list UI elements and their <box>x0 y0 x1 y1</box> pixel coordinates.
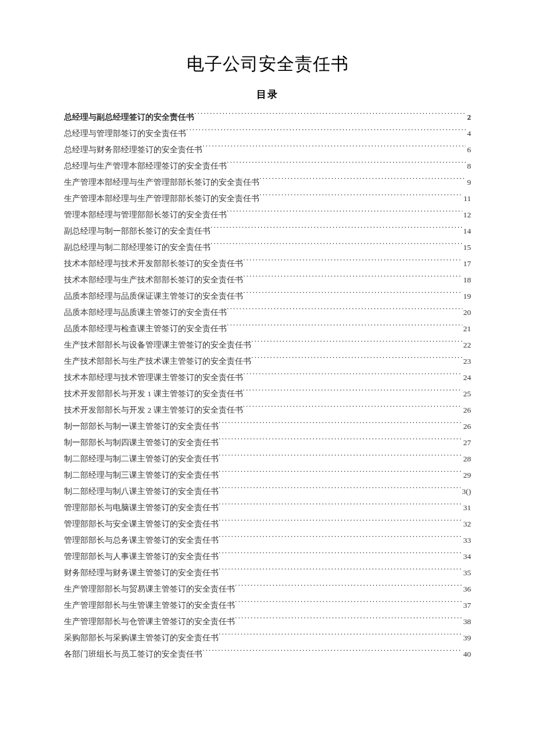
toc-entry-page: 27 <box>462 435 472 451</box>
toc-entry-page: 9 <box>466 174 471 191</box>
toc-entry-label: 制一部部长与制四课主管签订的安全责任书 <box>64 435 219 451</box>
toc-entry-page: 31 <box>462 500 472 516</box>
toc-entry-page: 23 <box>462 353 472 370</box>
toc-entry-label: 生产管理部部长与贸易课主管签订的安全责任书 <box>64 581 235 597</box>
toc-row: 品质本部经理与品质保证课主管签订的安全责任书19 <box>64 288 471 304</box>
toc-entry-label: 生产管理本部经理与生产管理部部长签订的安全责任书 <box>64 191 259 207</box>
toc-row: 制二部经理与制三课主管签订的安全责任书29 <box>64 467 471 483</box>
toc-entry-label: 生产管理部部长与生管课主管签订的安全责任书 <box>64 597 235 614</box>
toc-leader-dots <box>219 438 462 446</box>
toc-row: 技术开发部部长与开发 2 课主管签订的安全责任书26 <box>64 402 471 418</box>
toc-entry-page: 2 <box>466 109 471 126</box>
toc-row: 管理本部经理与管理部部长签订的安全责任书12 <box>64 207 471 223</box>
toc-row: 生产技术部部长与设备管理课主管签订的安全责任书22 <box>64 337 471 353</box>
toc-row: 技术开发部部长与开发 1 课主管签订的安全责任书25 <box>64 386 471 402</box>
toc-row: 管理部部长与安全课主管签订的安全责任书32 <box>64 516 471 532</box>
toc-leader-dots <box>219 454 462 462</box>
toc-entry-label: 制二部经理与制八课主管签订的安全责任书 <box>64 483 219 500</box>
toc-entry-label: 管理部部长与总务课主管签订的安全责任书 <box>64 532 219 549</box>
toc-entry-label: 管理部部长与电脑课主管签订的安全责任书 <box>64 500 219 516</box>
toc-row: 生产管理本部经理与生产管理部部长签订的安全责任书9 <box>64 174 471 191</box>
toc-entry-label: 总经理与副总经理签订的安全责任书 <box>64 109 194 126</box>
toc-entry-page: 26 <box>462 402 472 418</box>
toc-entry-label: 副总经理与制二部经理签订的安全责任书 <box>64 239 211 256</box>
toc-entry-label: 品质本部经理与品质保证课主管签订的安全责任书 <box>64 288 243 304</box>
toc-entry-label: 技术开发部部长与开发 2 课主管签订的安全责任书 <box>64 402 243 418</box>
toc-entry-page: 14 <box>462 223 472 239</box>
toc-leader-dots <box>235 584 462 592</box>
document-page: 电子公司安全责任书 目录 总经理与副总经理签订的安全责任书2总经理与管理部签订的… <box>0 0 535 721</box>
toc-entry-label: 技术本部经理与技术开发部部长签订的安全责任书 <box>64 256 243 272</box>
toc-entry-page: 25 <box>462 386 472 402</box>
toc-leader-dots <box>186 128 466 137</box>
toc-leader-dots <box>219 421 462 429</box>
toc-leader-dots <box>202 649 462 657</box>
toc-leader-dots <box>211 242 462 250</box>
toc-entry-label: 管理本部经理与管理部部长签订的安全责任书 <box>64 207 227 223</box>
toc-row: 采购部部长与采购课主管签订的安全责任书39 <box>64 630 471 646</box>
toc-row: 生产技术部部长与生产技术课主管签订的安全责任书23 <box>64 353 471 370</box>
toc-leader-dots <box>243 405 462 413</box>
toc-row: 品质本部经理与品质课主管签订的安全责任书20 <box>64 304 471 321</box>
toc-row: 总经理与副总经理签订的安全责任书2 <box>64 109 471 126</box>
toc-entry-page: 18 <box>462 272 472 288</box>
toc-entry-label: 技术本部经理与生产技术部部长签订的安全责任书 <box>64 272 243 288</box>
toc-entry-page: 6 <box>466 142 471 158</box>
toc-leader-dots <box>251 340 462 348</box>
toc-entry-page: 38 <box>462 614 472 630</box>
toc-entry-page: 17 <box>462 256 472 272</box>
toc-entry-label: 品质本部经理与检查课主管签订的安全责任书 <box>64 321 227 337</box>
toc-leader-dots <box>219 568 462 576</box>
toc-leader-dots <box>219 470 462 478</box>
toc-row: 副总经理与制二部经理签订的安全责任书15 <box>64 239 471 256</box>
toc-row: 制一部部长与制一课主管签订的安全责任书26 <box>64 418 471 435</box>
toc-entry-page: 8 <box>466 158 471 174</box>
toc-row: 技术本部经理与生产技术部部长签订的安全责任书18 <box>64 272 471 288</box>
toc-row: 管理部部长与总务课主管签订的安全责任书33 <box>64 532 471 549</box>
toc-leader-dots <box>227 210 462 218</box>
toc-leader-dots <box>219 633 462 641</box>
toc-entry-page: 28 <box>462 451 472 467</box>
document-title: 电子公司安全责任书 <box>64 52 471 76</box>
toc-leader-dots <box>251 356 462 364</box>
toc-entry-page: 24 <box>462 370 472 386</box>
toc-entry-page: 19 <box>462 288 472 304</box>
toc-entry-page: 21 <box>462 321 472 337</box>
toc-entry-page: 15 <box>462 239 472 256</box>
toc-leader-dots <box>211 226 462 234</box>
toc-row: 总经理与生产管理本部经理签订的安全责任书8 <box>64 158 471 174</box>
toc-row: 品质本部经理与检查课主管签订的安全责任书21 <box>64 321 471 337</box>
toc-leader-dots <box>219 486 461 495</box>
toc-entry-page: 36 <box>462 581 472 597</box>
toc-row: 生产管理部部长与贸易课主管签订的安全责任书36 <box>64 581 471 597</box>
toc-entry-label: 制一部部长与制一课主管签订的安全责任书 <box>64 418 219 435</box>
toc-row: 各部门班组长与员工签订的安全责任书40 <box>64 646 471 662</box>
toc-entry-page: 37 <box>462 597 472 614</box>
toc-leader-dots <box>227 324 462 332</box>
toc-entry-page: 34 <box>462 549 472 565</box>
toc-row: 生产管理部部长与生管课主管签订的安全责任书37 <box>64 597 471 614</box>
toc-leader-dots <box>219 535 462 543</box>
toc-leader-dots <box>259 177 466 185</box>
toc-leader-dots <box>259 194 462 202</box>
toc-list: 总经理与副总经理签订的安全责任书2总经理与管理部签订的安全责任书4总经理与财务部… <box>64 109 471 662</box>
toc-entry-label: 技术本部经理与技术管理课主管签订的安全责任书 <box>64 370 243 386</box>
toc-entry-label: 生产技术部部长与生产技术课主管签订的安全责任书 <box>64 353 251 370</box>
toc-entry-page: 26 <box>462 418 472 435</box>
toc-entry-page: 22 <box>462 337 472 353</box>
toc-entry-label: 制二部经理与制三课主管签订的安全责任书 <box>64 467 219 483</box>
toc-leader-dots <box>235 617 462 625</box>
toc-leader-dots <box>227 161 466 169</box>
toc-entry-label: 副总经理与制一部部长签订的安全责任书 <box>64 223 211 239</box>
toc-entry-page: 4 <box>466 126 471 142</box>
toc-entry-label: 生产管理部部长与仓管课主管签订的安全责任书 <box>64 614 235 630</box>
toc-heading: 目录 <box>64 88 471 101</box>
toc-entry-label: 技术开发部部长与开发 1 课主管签订的安全责任书 <box>64 386 243 402</box>
toc-entry-label: 各部门班组长与员工签订的安全责任书 <box>64 646 202 662</box>
toc-leader-dots <box>243 372 462 381</box>
toc-entry-label: 总经理与财务部经理签订的安全责任书 <box>64 142 202 158</box>
toc-leader-dots <box>243 389 462 397</box>
toc-entry-label: 品质本部经理与品质课主管签订的安全责任书 <box>64 304 227 321</box>
toc-row: 管理部部长与电脑课主管签订的安全责任书31 <box>64 500 471 516</box>
toc-entry-label: 总经理与管理部签订的安全责任书 <box>64 126 186 142</box>
